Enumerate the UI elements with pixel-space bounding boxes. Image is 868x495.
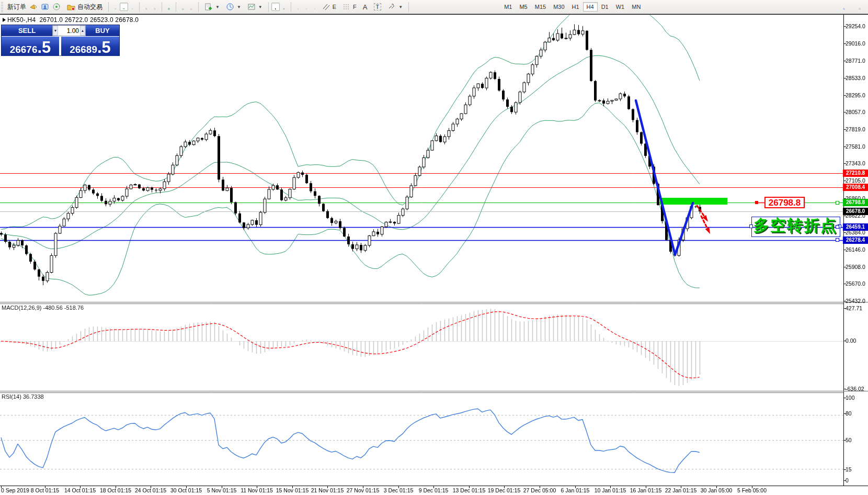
date-axis-label: 3 Dec 01:15	[384, 487, 414, 493]
text-handle-left[interactable]	[749, 224, 753, 228]
sell-button[interactable]: SELL	[2, 25, 52, 36]
date-axis-label: 30 Oct 01:15	[170, 487, 202, 493]
date-axis-label: 22 Jan 01:15	[665, 487, 697, 493]
horizontal-line-icon[interactable]	[302, 3, 311, 11]
periods-clock-icon[interactable]: ▼	[223, 2, 244, 12]
date-axis-label: 8 Oct 01:15	[31, 487, 59, 493]
text-tool-icon[interactable]: A	[360, 2, 371, 12]
macd-label: MACD(12,26,9) -480.56 -518.76	[2, 305, 84, 311]
buy-price-main: 26689	[70, 44, 97, 54]
one-click-trading-panel: SELL ▼ ▲ BUY 26676.5 26689.5	[1, 25, 120, 56]
date-axis-label: 14 Oct 01:15	[64, 487, 96, 493]
price-axis-label: 25670.0	[846, 280, 865, 287]
channel-letter: E	[333, 4, 336, 10]
panel-collapse-arrow[interactable]	[3, 18, 6, 22]
ohlc-values: 26701.0 26722.0 26523.0 26678.0	[39, 16, 139, 24]
sell-price-pip: .5	[37, 41, 51, 54]
autotrading-icon	[67, 3, 75, 11]
channel-icon[interactable]: E	[319, 2, 339, 12]
autotrading-label: 自动交易	[77, 3, 102, 12]
fibonacci-letter: F	[353, 4, 357, 10]
timeframe-m1[interactable]: M1	[500, 2, 516, 12]
sell-price[interactable]: 26676.5	[2, 36, 60, 56]
fibonacci-icon[interactable]: F	[339, 2, 360, 12]
tile-windows-icon[interactable]	[165, 3, 173, 11]
date-axis-label: 0 Sep 2019	[1, 487, 29, 493]
chat-icon[interactable]	[855, 3, 864, 11]
price-tag: 26278.4	[843, 237, 868, 244]
price-axis-label: 28295.0	[846, 92, 865, 98]
buy-price[interactable]: 26689.5	[61, 36, 119, 56]
date-axis-label: 16 Jan 01:15	[630, 487, 662, 493]
cn-annotation-text[interactable]: 多空转折点	[753, 215, 837, 237]
crosshair-icon[interactable]	[280, 3, 288, 11]
timeframe-m15[interactable]: M15	[531, 2, 550, 12]
timeframe-d1[interactable]: D1	[598, 2, 612, 12]
zoom-in-icon[interactable]	[142, 3, 151, 11]
macd-axis-label: -636.02	[846, 386, 864, 392]
auto-scroll-icon[interactable]	[179, 3, 187, 11]
price-callout-box[interactable]: 26798.8	[764, 197, 805, 208]
price-axis-label: 25908.0	[846, 264, 865, 270]
trendline-icon[interactable]	[311, 3, 319, 11]
price-axis-label: 29254.0	[846, 23, 865, 29]
timeframe-bar: M1M5M15M30H1H4D1W1MN	[500, 2, 644, 12]
price-axis-label: 26146.0	[846, 246, 865, 253]
timeframe-h1[interactable]: H1	[568, 2, 583, 12]
arrows-tool-icon[interactable]: ▼	[384, 2, 406, 12]
autotrading-button[interactable]: 自动交易	[64, 2, 106, 12]
toolbar: 新订单 自动交易 ▼ ▼ ▼ E F A T ▼ M1M5M15M30H1H4D…	[0, 0, 868, 14]
timeframe-mn[interactable]: MN	[628, 2, 644, 12]
buy-button[interactable]: BUY	[86, 25, 119, 36]
line-chart-icon[interactable]	[128, 3, 136, 11]
sell-price-main: 26676	[10, 44, 38, 54]
volume-stepper: ▼ ▲	[52, 25, 86, 36]
timeframe-m5[interactable]: M5	[516, 2, 531, 12]
price-tag: 26459.1	[843, 223, 868, 231]
price-tag: 27210.8	[843, 170, 868, 177]
text-label-tool-icon[interactable]: T	[371, 2, 385, 12]
timeframe-m30[interactable]: M30	[550, 2, 568, 12]
rsi-axis-label: 50	[846, 437, 852, 443]
date-axis-label: 13 Dec 01:15	[453, 487, 485, 493]
vertical-line-icon[interactable]	[294, 3, 302, 11]
blue-line-handle-2[interactable]	[836, 238, 839, 242]
price-axis-label: 27581.0	[846, 143, 865, 150]
cursor-icon[interactable]	[271, 3, 280, 11]
megaphone-icon[interactable]	[29, 3, 38, 11]
chart-canvas[interactable]	[0, 0, 868, 495]
price-axis-label: 28057.0	[846, 109, 865, 115]
green-line-handle[interactable]	[836, 201, 839, 205]
chart-shift-icon[interactable]	[187, 3, 196, 11]
volume-up-button[interactable]: ▲	[80, 26, 85, 36]
price-axis-label: 29016.0	[846, 40, 865, 47]
label-letter: T	[374, 3, 382, 10]
date-axis-label: 27 Nov 01:15	[347, 487, 379, 493]
blue-line-handle-1[interactable]	[836, 225, 839, 229]
bar-chart-icon[interactable]	[111, 3, 120, 11]
rsi-axis-label: 0	[846, 477, 849, 483]
price-axis-label: 27105.0	[846, 177, 865, 184]
zoom-out-icon[interactable]	[151, 3, 159, 11]
price-tag: 26798.8	[843, 199, 868, 206]
date-axis-label: 30 Jan 05:00	[701, 487, 733, 493]
price-tag: 26678.0	[843, 208, 868, 215]
date-axis-label: 10 Jan 01:15	[595, 487, 626, 493]
rsi-axis-label: 15	[846, 466, 852, 473]
candlestick-chart-icon[interactable]	[120, 3, 128, 11]
price-axis-label: 28771.0	[846, 58, 865, 64]
date-axis-label: 5 Nov 01:15	[207, 487, 237, 493]
signals-icon[interactable]	[52, 3, 61, 11]
community-icon[interactable]	[41, 3, 49, 11]
indicators-add-icon[interactable]: ▼	[201, 2, 223, 12]
volume-input[interactable]	[58, 26, 80, 36]
volume-down-button[interactable]: ▼	[53, 26, 58, 36]
macd-axis-label: 427.71	[846, 305, 862, 311]
timeframe-h4[interactable]: H4	[583, 2, 598, 12]
price-axis-label: 25432.0	[846, 298, 865, 304]
search-icon[interactable]	[840, 3, 848, 11]
date-axis-label: 11 Nov 01:15	[241, 487, 273, 493]
new-order-button[interactable]: 新订单	[4, 2, 29, 12]
templates-icon[interactable]: ▼	[244, 2, 266, 12]
timeframe-w1[interactable]: W1	[612, 2, 629, 12]
